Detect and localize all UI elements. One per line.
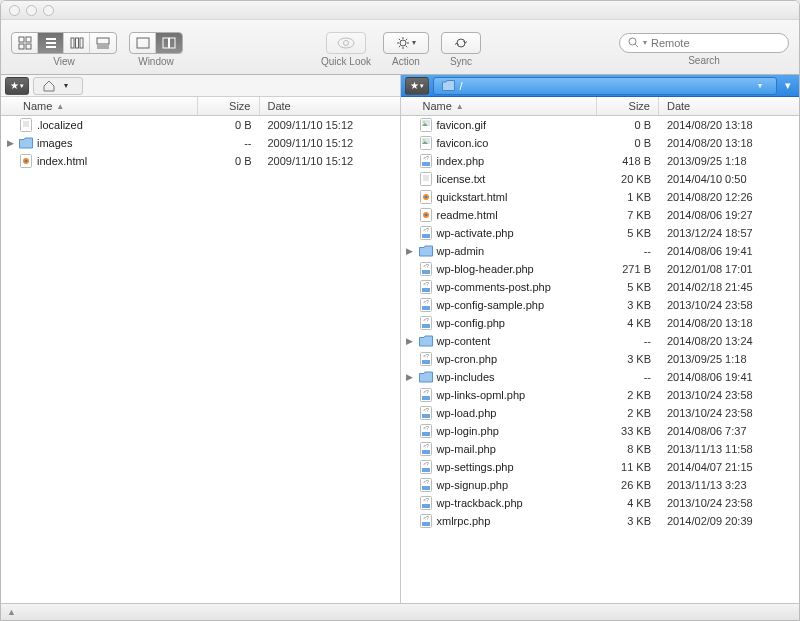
local-file-list[interactable]: .localized0 B2009/11/10 15:12▶images--20…: [1, 116, 400, 603]
file-name: wp-signup.php: [437, 479, 509, 491]
file-row[interactable]: ▶wp-content--2014/08/20 13:24: [401, 332, 800, 350]
file-name: license.txt: [437, 173, 486, 185]
file-name: wp-admin: [437, 245, 485, 257]
svg-line-26: [406, 38, 407, 39]
disclosure-triangle[interactable]: ▶: [5, 138, 15, 148]
file-date: 2013/09/25 1:18: [659, 155, 799, 167]
php-icon: <?: [419, 280, 433, 294]
file-date: 2014/02/09 20:39: [659, 515, 799, 527]
search-input[interactable]: [651, 37, 780, 49]
remote-favorites-button[interactable]: ★▾: [405, 77, 429, 95]
file-row[interactable]: ▶wp-admin--2014/08/06 19:41: [401, 242, 800, 260]
titlebar[interactable]: [1, 1, 799, 20]
file-row[interactable]: <?wp-activate.php5 KB2013/12/24 18:57: [401, 224, 800, 242]
remote-path-crumb[interactable]: / ▾: [433, 77, 778, 95]
file-row[interactable]: index.html0 B2009/11/10 15:12: [1, 152, 400, 170]
file-row[interactable]: <?wp-settings.php11 KB2014/04/07 21:15: [401, 458, 800, 476]
file-size: 1 KB: [597, 191, 659, 203]
file-row[interactable]: favicon.ico0 B2014/08/20 13:18: [401, 134, 800, 152]
svg-text:<?: <?: [423, 425, 429, 431]
content: ★▾ ▾ Name▲ Size Date .localized0 B2009/1…: [1, 75, 799, 603]
zoom-button[interactable]: [43, 5, 54, 16]
svg-point-41: [423, 139, 425, 141]
col-size-header[interactable]: Size: [597, 97, 659, 115]
file-row[interactable]: <?wp-config-sample.php3 KB2013/10/24 23:…: [401, 296, 800, 314]
search-field[interactable]: ▾: [619, 33, 789, 53]
file-row[interactable]: <?wp-login.php33 KB2014/08/06 7:37: [401, 422, 800, 440]
file-row[interactable]: license.txt20 KB2014/04/10 0:50: [401, 170, 800, 188]
file-name: favicon.ico: [437, 137, 489, 149]
view-column-button[interactable]: [64, 33, 90, 53]
col-name-header[interactable]: Name▲: [1, 97, 198, 115]
disclosure-triangle[interactable]: ▶: [405, 246, 415, 256]
svg-rect-62: [422, 288, 430, 292]
svg-point-38: [423, 121, 425, 123]
svg-rect-74: [422, 396, 430, 400]
file-row[interactable]: <?wp-cron.php3 KB2013/09/25 1:18: [401, 350, 800, 368]
php-icon: <?: [419, 442, 433, 456]
file-row[interactable]: readme.html7 KB2014/08/06 19:27: [401, 206, 800, 224]
file-date: 2013/09/25 1:18: [659, 353, 799, 365]
file-size: 3 KB: [597, 353, 659, 365]
file-row[interactable]: quickstart.html1 KB2014/08/20 12:26: [401, 188, 800, 206]
img-icon: [419, 136, 433, 150]
file-date: 2014/08/06 19:41: [659, 371, 799, 383]
file-row[interactable]: <?wp-comments-post.php5 KB2014/02/18 21:…: [401, 278, 800, 296]
file-row[interactable]: <?wp-trackback.php4 KB2013/10/24 23:58: [401, 494, 800, 512]
file-size: 33 KB: [597, 425, 659, 437]
sort-asc-icon: ▲: [56, 102, 64, 111]
disclosure-icon[interactable]: ▲: [7, 607, 16, 617]
col-size-header[interactable]: Size: [198, 97, 260, 115]
view-coverflow-button[interactable]: [90, 33, 116, 53]
php-icon: <?: [419, 298, 433, 312]
file-row[interactable]: <?wp-config.php4 KB2014/08/20 13:18: [401, 314, 800, 332]
file-row[interactable]: favicon.gif0 B2014/08/20 13:18: [401, 116, 800, 134]
file-size: 0 B: [597, 119, 659, 131]
svg-rect-77: [422, 414, 430, 418]
file-row[interactable]: <?wp-signup.php26 KB2013/11/13 3:23: [401, 476, 800, 494]
col-date-header[interactable]: Date: [260, 97, 400, 115]
close-button[interactable]: [9, 5, 20, 16]
sync-button[interactable]: [441, 32, 481, 54]
file-size: --: [597, 245, 659, 257]
view-list-button[interactable]: [38, 33, 64, 53]
svg-text:<?: <?: [423, 353, 429, 359]
file-row[interactable]: .localized0 B2009/11/10 15:12: [1, 116, 400, 134]
window-label: Window: [138, 56, 174, 67]
local-favorites-button[interactable]: ★▾: [5, 77, 29, 95]
file-row[interactable]: <?wp-blog-header.php271 B2012/01/08 17:0…: [401, 260, 800, 278]
file-row[interactable]: <?wp-load.php2 KB2013/10/24 23:58: [401, 404, 800, 422]
window-dual-button[interactable]: [156, 33, 182, 53]
svg-rect-8: [75, 38, 78, 48]
window-single-button[interactable]: [130, 33, 156, 53]
file-size: 8 KB: [597, 443, 659, 455]
col-name-header[interactable]: Name▲: [401, 97, 598, 115]
quicklook-label: Quick Look: [321, 56, 371, 67]
action-button[interactable]: ▾: [383, 32, 429, 54]
chevron-down-icon[interactable]: ▾: [781, 79, 795, 92]
minimize-button[interactable]: [26, 5, 37, 16]
file-row[interactable]: ▶wp-includes--2014/08/06 19:41: [401, 368, 800, 386]
file-size: --: [198, 137, 260, 149]
svg-rect-3: [26, 44, 31, 49]
disclosure-triangle[interactable]: ▶: [405, 372, 415, 382]
file-row[interactable]: <?wp-links-opml.php2 KB2013/10/24 23:58: [401, 386, 800, 404]
remote-pathbar: ★▾ / ▾ ▾: [401, 75, 800, 97]
folder-icon: [419, 244, 433, 258]
file-size: 4 KB: [597, 497, 659, 509]
svg-point-51: [424, 196, 427, 199]
file-date: 2013/11/13 11:58: [659, 443, 799, 455]
file-row[interactable]: <?xmlrpc.php3 KB2014/02/09 20:39: [401, 512, 800, 530]
col-date-header[interactable]: Date: [659, 97, 799, 115]
quicklook-button[interactable]: [326, 32, 366, 54]
php-icon: <?: [419, 496, 433, 510]
file-row[interactable]: <?index.php418 B2013/09/25 1:18: [401, 152, 800, 170]
svg-text:<?: <?: [423, 317, 429, 323]
file-row[interactable]: ▶images--2009/11/10 15:12: [1, 134, 400, 152]
remote-file-list[interactable]: favicon.gif0 B2014/08/20 13:18favicon.ic…: [401, 116, 800, 603]
action-group: ▾ Action: [383, 32, 429, 67]
disclosure-triangle[interactable]: ▶: [405, 336, 415, 346]
local-path-crumb[interactable]: ▾: [33, 77, 83, 95]
view-icon-button[interactable]: [12, 33, 38, 53]
file-row[interactable]: <?wp-mail.php8 KB2013/11/13 11:58: [401, 440, 800, 458]
